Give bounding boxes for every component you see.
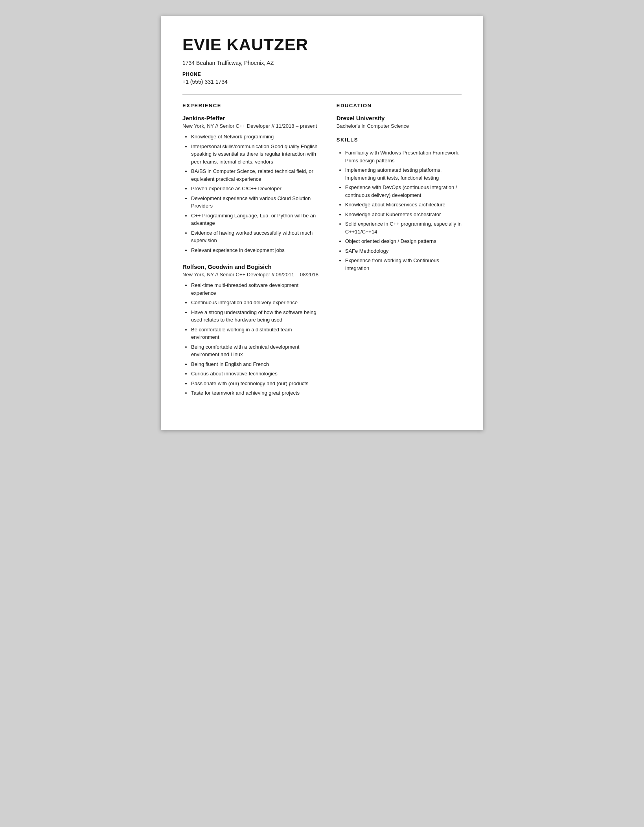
bullet-item: Being comfortable with a technical devel…: [191, 343, 321, 358]
bullet-item: Taste for teamwork and achieving great p…: [191, 389, 321, 397]
candidate-phone: +1 (555) 331 1734: [182, 79, 462, 85]
skills-section: SKILLS Familiarity with Windows Presenta…: [337, 137, 462, 272]
job-entry-2: Rolfson, Goodwin and Bogisich New York, …: [182, 263, 321, 397]
bullet-item: Curious about innovative technologies: [191, 370, 321, 378]
bullet-item: Being fluent in English and French: [191, 360, 321, 368]
phone-label: PHONE: [182, 72, 462, 77]
job-bullets-1: Knowledge of Network programming Interpe…: [182, 133, 321, 254]
resume-header: EVIE KAUTZER 1734 Beahan Trafficway, Pho…: [182, 35, 462, 85]
bullet-item: Passionate with (our) technology and (ou…: [191, 380, 321, 388]
job-meta-1: New York, NY // Senior C++ Developer // …: [182, 123, 321, 129]
left-column: EXPERIENCE Jenkins-Pfeffer New York, NY …: [182, 103, 321, 406]
section-divider: [182, 94, 462, 95]
bullet-item: Development experience with various Clou…: [191, 195, 321, 210]
skill-item: Knowledge about Microservices architectu…: [345, 201, 462, 209]
bullet-item: Evidence of having worked successfully w…: [191, 229, 321, 244]
bullet-item: BA/BS in Computer Science, related techn…: [191, 167, 321, 183]
skills-list: Familiarity with Windows Presentation Fr…: [337, 149, 462, 272]
job-entry-1: Jenkins-Pfeffer New York, NY // Senior C…: [182, 115, 321, 254]
job-meta-2: New York, NY // Senior C++ Developer // …: [182, 272, 321, 278]
bullet-item: C++ Programming Language, Lua, or Python…: [191, 212, 321, 227]
skill-item: Solid experience in C++ programming, esp…: [345, 220, 462, 235]
bullet-item: Interpersonal skills/communication Good …: [191, 143, 321, 166]
resume-page: EVIE KAUTZER 1734 Beahan Trafficway, Pho…: [161, 16, 483, 430]
skill-item: Knowledge about Kubernetes orchestrator: [345, 211, 462, 219]
bullet-item: Knowledge of Network programming: [191, 133, 321, 141]
skill-item: Familiarity with Windows Presentation Fr…: [345, 149, 462, 164]
job-company-2: Rolfson, Goodwin and Bogisich: [182, 263, 321, 270]
job-company-1: Jenkins-Pfeffer: [182, 115, 321, 121]
skill-item: Experience from working with Continuous …: [345, 257, 462, 272]
bullet-item: Proven experience as C/C++ Developer: [191, 185, 321, 193]
bullet-item: Be comfortable working in a distributed …: [191, 326, 321, 341]
education-entry-1: Drexel University Bachelor's in Computer…: [337, 115, 462, 129]
bullet-item: Relevant experience in development jobs: [191, 246, 321, 254]
candidate-address: 1734 Beahan Trafficway, Phoenix, AZ: [182, 60, 462, 66]
skill-item: Object oriented design / Design patterns: [345, 237, 462, 245]
education-section-title: EDUCATION: [337, 103, 462, 108]
bullet-item: Have a strong understanding of how the s…: [191, 309, 321, 324]
two-column-layout: EXPERIENCE Jenkins-Pfeffer New York, NY …: [182, 103, 462, 406]
skill-item: Experience with DevOps (continuous integ…: [345, 184, 462, 199]
skill-item: SAFe Methodology: [345, 247, 462, 255]
education-school-1: Drexel University: [337, 115, 462, 121]
job-bullets-2: Real-time multi-threaded software develo…: [182, 281, 321, 397]
skill-item: Implementing automated testing platforms…: [345, 166, 462, 182]
skills-section-title: SKILLS: [337, 137, 462, 143]
bullet-item: Continuous integration and delivery expe…: [191, 299, 321, 307]
education-degree-1: Bachelor's in Computer Science: [337, 123, 462, 129]
bullet-item: Real-time multi-threaded software develo…: [191, 281, 321, 297]
right-column: EDUCATION Drexel University Bachelor's i…: [337, 103, 462, 406]
experience-section-title: EXPERIENCE: [182, 103, 321, 108]
candidate-name: EVIE KAUTZER: [182, 35, 462, 54]
